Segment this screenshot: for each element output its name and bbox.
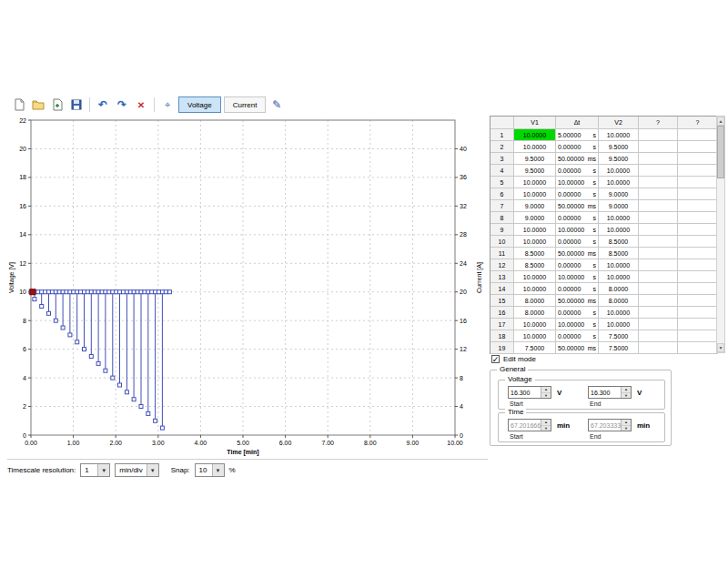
cell-q2[interactable] — [678, 307, 718, 319]
cell-q1[interactable] — [639, 271, 678, 283]
cell-q2[interactable] — [678, 153, 718, 165]
row-number[interactable]: 2 — [490, 141, 514, 153]
scroll-up-icon[interactable]: ▲ — [717, 117, 724, 126]
cell-v1[interactable]: 10.0000 — [514, 129, 556, 141]
chevron-down-icon[interactable]: ▼ — [212, 464, 224, 476]
cell-q2[interactable] — [678, 224, 718, 236]
cell-q2[interactable] — [678, 141, 718, 153]
row-number[interactable]: 16 — [490, 307, 514, 319]
chart-series[interactable] — [29, 289, 171, 430]
cell-v2[interactable]: 8.0000 — [599, 283, 639, 295]
row-number[interactable]: 15 — [490, 295, 514, 307]
edit-pen-icon[interactable]: ✎ — [268, 96, 285, 113]
waveform-point[interactable] — [125, 290, 128, 294]
row-number[interactable]: 7 — [490, 200, 514, 212]
waveform-point[interactable] — [76, 340, 79, 344]
cell-dt[interactable]: 0.00000s — [556, 330, 599, 342]
waveform-point[interactable] — [132, 398, 136, 401]
cell-q1[interactable] — [639, 165, 678, 177]
waveform-point[interactable] — [154, 419, 157, 422]
row-number[interactable]: 4 — [490, 165, 514, 177]
row-number[interactable]: 11 — [490, 248, 514, 259]
cell-v2[interactable]: 10.0000 — [599, 129, 639, 141]
cell-q1[interactable] — [639, 188, 678, 200]
table-header[interactable]: ? — [678, 117, 718, 129]
waveform-point[interactable] — [150, 290, 154, 294]
waveform-point[interactable] — [68, 333, 72, 337]
cell-v2[interactable]: 10.0000 — [599, 307, 639, 319]
cell-dt[interactable]: 10.00000s — [556, 319, 599, 330]
cell-q2[interactable] — [678, 248, 718, 259]
cell-dt[interactable]: 0.00000s — [556, 283, 599, 295]
cell-v2[interactable]: 9.5000 — [599, 153, 639, 165]
waveform-point[interactable] — [89, 355, 93, 359]
table-header[interactable] — [490, 117, 514, 129]
tab-current[interactable]: Current — [224, 96, 267, 113]
table-header[interactable]: Δt — [556, 117, 599, 129]
row-number[interactable]: 13 — [490, 271, 514, 283]
cell-q1[interactable] — [639, 319, 678, 330]
cell-dt[interactable]: 0.00000s — [556, 259, 599, 271]
timescale-unit[interactable]: min/div — [116, 464, 146, 476]
snap-value-combo[interactable]: 10 ▼ — [195, 463, 225, 477]
cell-v1[interactable]: 10.0000 — [514, 330, 556, 342]
waveform-point[interactable] — [61, 326, 65, 330]
redo-icon[interactable]: ↷ — [114, 96, 130, 113]
cell-v1[interactable]: 10.0000 — [514, 141, 556, 153]
waveform-point[interactable] — [147, 411, 150, 415]
snap-icon[interactable]: ⌖ — [159, 96, 176, 113]
cell-v1[interactable]: 10.0000 — [514, 224, 556, 236]
cell-dt[interactable]: 50.00000ms — [556, 248, 599, 259]
cell-v1[interactable]: 8.5000 — [514, 248, 556, 259]
cell-v2[interactable]: 10.0000 — [599, 259, 639, 271]
cell-dt[interactable]: 5.00000s — [556, 129, 599, 141]
voltage-end-value[interactable]: 16.300 — [589, 387, 621, 398]
cell-q2[interactable] — [678, 200, 718, 212]
cell-q1[interactable] — [639, 141, 678, 153]
open-file-icon[interactable] — [30, 96, 46, 113]
cell-v2[interactable]: 8.5000 — [599, 248, 639, 259]
spin-down-icon[interactable]: ▼ — [622, 393, 631, 399]
table-header[interactable]: ? — [639, 117, 678, 129]
cell-v2[interactable]: 10.0000 — [599, 177, 639, 188]
timescale-unit-combo[interactable]: min/div ▼ — [115, 463, 158, 477]
cell-q1[interactable] — [639, 248, 678, 259]
cell-q2[interactable] — [678, 177, 718, 188]
cell-dt[interactable]: 0.00000s — [556, 165, 599, 177]
waveform-point[interactable] — [139, 405, 143, 409]
cell-dt[interactable]: 10.00000s — [556, 177, 599, 188]
cell-q2[interactable] — [678, 259, 718, 271]
waveform-point[interactable] — [125, 390, 128, 394]
cell-q1[interactable] — [639, 129, 678, 141]
undo-icon[interactable]: ↶ — [95, 96, 111, 113]
cell-v2[interactable]: 9.0000 — [599, 188, 639, 200]
cell-dt[interactable]: 0.00000s — [556, 141, 599, 153]
waveform-point[interactable] — [167, 290, 171, 294]
cell-q2[interactable] — [678, 165, 718, 177]
table-header[interactable]: V1 — [514, 117, 556, 129]
cell-q1[interactable] — [639, 153, 678, 165]
waveform-point[interactable] — [143, 290, 147, 294]
cell-q1[interactable] — [639, 342, 678, 354]
waveform-point[interactable] — [164, 290, 167, 294]
cell-dt[interactable]: 10.00000s — [556, 224, 599, 236]
waveform-chart[interactable]: 002448612816102012241428163218362040220.… — [4, 113, 491, 461]
cell-dt[interactable]: 50.00000ms — [556, 342, 599, 354]
cell-v2[interactable]: 10.0000 — [599, 165, 639, 177]
cell-v2[interactable]: 7.5000 — [599, 342, 639, 354]
sequence-table[interactable]: V1ΔtV2??110.00005.00000s10.0000210.00000… — [490, 116, 718, 354]
new-file-icon[interactable] — [11, 96, 27, 113]
cell-v2[interactable]: 10.0000 — [599, 319, 639, 330]
cell-q2[interactable] — [678, 188, 718, 200]
cell-v2[interactable]: 8.0000 — [599, 295, 639, 307]
waveform-point[interactable] — [54, 319, 57, 322]
cell-q2[interactable] — [678, 342, 718, 354]
cell-q1[interactable] — [639, 236, 678, 248]
waveform-point[interactable] — [111, 376, 115, 380]
waveform-point[interactable] — [121, 290, 125, 294]
row-number[interactable]: 12 — [490, 259, 514, 271]
cell-q2[interactable] — [678, 283, 718, 295]
timescale-value-combo[interactable]: 1 ▼ — [80, 463, 110, 477]
voltage-start-value[interactable]: 16.300 — [509, 387, 541, 398]
cell-dt[interactable]: 50.00000ms — [556, 200, 599, 212]
